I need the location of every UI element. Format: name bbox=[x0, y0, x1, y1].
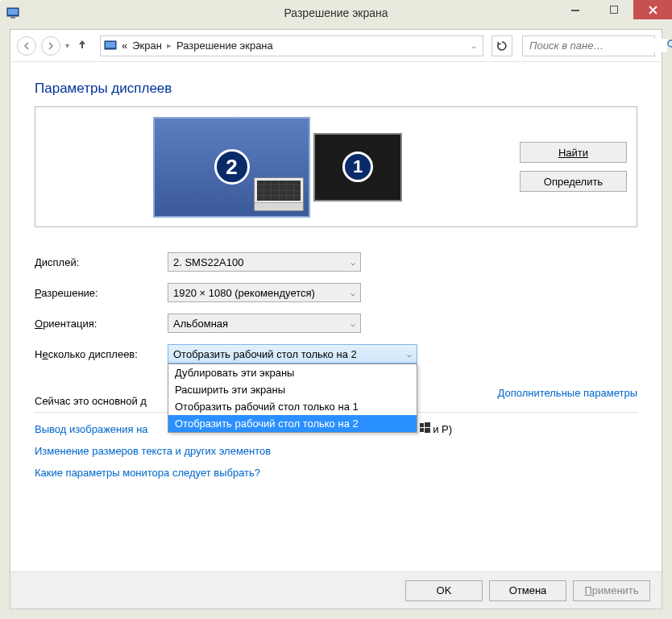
maximize-button[interactable] bbox=[595, 0, 633, 19]
breadcrumb-prefix: « bbox=[122, 39, 127, 52]
resolution-label: Разрешение: bbox=[35, 287, 168, 299]
window-controls bbox=[556, 0, 672, 19]
forward-button[interactable] bbox=[41, 36, 60, 56]
display-preview-area: 2 1 Найти Определить bbox=[35, 106, 637, 227]
cancel-button[interactable]: Отмена bbox=[489, 580, 566, 601]
up-button[interactable] bbox=[74, 39, 90, 53]
svg-rect-3 bbox=[571, 10, 579, 11]
svg-rect-10 bbox=[420, 428, 424, 432]
chevron-down-icon: ⌵ bbox=[351, 258, 355, 267]
page-title: Параметры дисплеев bbox=[35, 81, 637, 97]
monitors-container: 2 1 bbox=[35, 117, 520, 218]
search-icon[interactable] bbox=[667, 39, 672, 52]
refresh-icon bbox=[496, 40, 508, 52]
monitor-1[interactable]: 1 bbox=[313, 133, 402, 201]
toolbar: ▾ « Экран ▸ Разрешение экрана ⌵ bbox=[10, 30, 662, 62]
which-monitor-link[interactable]: Какие параметры монитора следует выбрать… bbox=[35, 467, 637, 479]
address-bar[interactable]: « Экран ▸ Разрешение экрана ⌵ bbox=[100, 35, 483, 56]
resolution-value: 1920 × 1080 (рекомендуется) bbox=[173, 287, 351, 299]
settings-form: Дисплей: 2. SMS22A100 ⌵ Разрешение: 1920… bbox=[35, 247, 637, 369]
taskbar-thumbnail bbox=[254, 177, 304, 211]
main-display-status: Сейчас это основной д bbox=[35, 395, 147, 407]
display-side-buttons: Найти Определить bbox=[520, 142, 637, 192]
app-icon bbox=[6, 6, 19, 19]
identify-button[interactable]: Определить bbox=[520, 171, 627, 192]
svg-rect-2 bbox=[10, 17, 15, 19]
maximize-icon bbox=[610, 6, 618, 14]
multi-displays-select[interactable]: Отобразить рабочий стол только на 2 ⌵ Ду… bbox=[168, 344, 417, 364]
monitor-2-badge: 2 bbox=[214, 149, 250, 185]
apply-button[interactable]: Применить bbox=[573, 580, 650, 601]
content: Параметры дисплеев 2 1 Найти bbox=[10, 63, 662, 571]
multi-option-duplicate[interactable]: Дублировать эти экраны bbox=[168, 364, 417, 381]
chevron-right-icon: ▸ bbox=[167, 40, 172, 51]
close-button[interactable] bbox=[633, 0, 672, 19]
resize-text-link[interactable]: Изменение размеров текста и других элеме… bbox=[35, 445, 637, 457]
find-button[interactable]: Найти bbox=[520, 142, 627, 163]
breadcrumb-item-screen[interactable]: Экран bbox=[132, 39, 162, 52]
display-value: 2. SMS22A100 bbox=[173, 256, 351, 268]
footer: OK Отмена Применить bbox=[10, 571, 662, 609]
svg-rect-9 bbox=[425, 422, 430, 427]
display-select[interactable]: 2. SMS22A100 ⌵ bbox=[168, 252, 361, 272]
arrow-right-icon bbox=[47, 42, 55, 50]
multi-displays-value: Отобразить рабочий стол только на 2 bbox=[173, 348, 407, 360]
ok-button[interactable]: OK bbox=[405, 580, 483, 601]
minimize-button[interactable] bbox=[556, 0, 595, 19]
multi-displays-label: Несколько дисплеев: bbox=[35, 348, 168, 360]
refresh-button[interactable] bbox=[492, 35, 512, 56]
monitor-1-badge: 1 bbox=[342, 152, 373, 182]
orientation-value: Альбомная bbox=[173, 318, 351, 330]
multi-displays-dropdown: Дублировать эти экраны Расширить эти экр… bbox=[168, 364, 417, 433]
orientation-label: Ориентация: bbox=[35, 318, 168, 330]
breadcrumb-item-resolution[interactable]: Разрешение экрана bbox=[176, 39, 273, 52]
display-label: Дисплей: bbox=[35, 256, 168, 268]
advanced-settings-link[interactable]: Дополнительные параметры bbox=[497, 387, 637, 399]
chevron-down-icon: ⌵ bbox=[351, 319, 355, 328]
svg-rect-1 bbox=[8, 9, 18, 15]
titlebar: Разрешение экрана bbox=[0, 0, 672, 26]
arrow-up-icon bbox=[77, 39, 87, 50]
chevron-down-icon: ⌵ bbox=[351, 289, 355, 297]
close-icon bbox=[649, 6, 657, 15]
multi-option-only1[interactable]: Отобразить рабочий стол только на 1 bbox=[168, 398, 417, 415]
svg-rect-11 bbox=[425, 428, 430, 433]
multi-option-extend[interactable]: Расширить эти экраны bbox=[168, 381, 417, 398]
multi-option-only2[interactable]: Отобразить рабочий стол только на 2 bbox=[168, 415, 417, 432]
resolution-select[interactable]: 1920 × 1080 (рекомендуется) ⌵ bbox=[168, 283, 361, 302]
svg-rect-6 bbox=[106, 42, 115, 48]
client-area: ▾ « Экран ▸ Разрешение экрана ⌵ bbox=[10, 29, 662, 609]
orientation-select[interactable]: Альбомная ⌵ bbox=[168, 314, 361, 333]
arrow-left-icon bbox=[23, 42, 31, 50]
back-button[interactable] bbox=[17, 36, 36, 56]
search-box[interactable] bbox=[522, 35, 655, 56]
address-dropdown[interactable]: ⌵ bbox=[468, 41, 479, 50]
search-input[interactable] bbox=[528, 39, 667, 52]
windows-logo-icon bbox=[420, 422, 430, 435]
location-icon bbox=[104, 39, 117, 52]
svg-point-7 bbox=[668, 40, 672, 47]
history-dropdown[interactable]: ▾ bbox=[65, 41, 69, 50]
minimize-icon bbox=[571, 6, 579, 14]
svg-rect-4 bbox=[610, 6, 618, 14]
chevron-down-icon: ⌵ bbox=[407, 350, 412, 359]
window-root: Разрешение экрана ▾ bbox=[0, 0, 672, 619]
svg-rect-8 bbox=[420, 423, 424, 427]
monitor-2[interactable]: 2 bbox=[153, 117, 310, 218]
